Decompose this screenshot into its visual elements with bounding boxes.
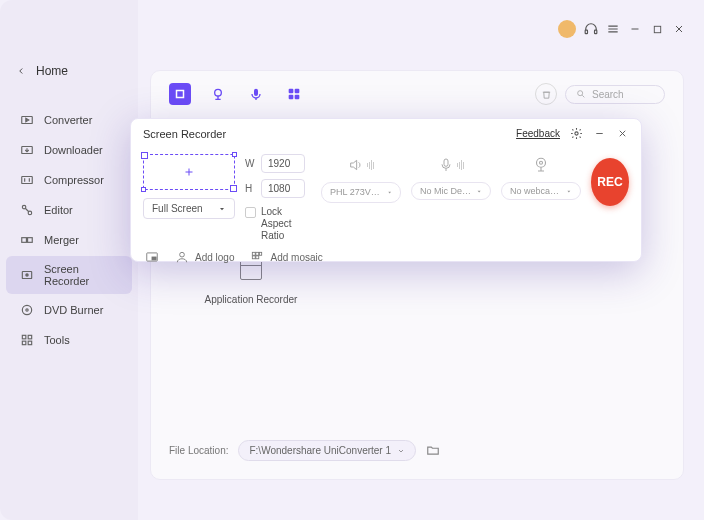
sidebar-home[interactable]: Home — [16, 64, 68, 78]
add-logo-label: Add logo — [195, 252, 234, 263]
svg-point-30 — [215, 89, 222, 96]
search-input[interactable]: Search — [565, 85, 665, 104]
webcam-device-select[interactable]: No webcam d… — [501, 182, 581, 200]
svg-rect-37 — [289, 95, 294, 100]
svg-point-40 — [578, 91, 583, 96]
svg-rect-20 — [28, 238, 33, 243]
sidebar-item-editor[interactable]: Editor — [6, 196, 132, 224]
chevron-left-icon — [16, 66, 26, 76]
search-placeholder: Search — [592, 89, 624, 100]
open-folder-button[interactable] — [426, 443, 440, 459]
chevron-down-icon — [218, 205, 226, 213]
dialog-close-icon[interactable] — [616, 127, 629, 140]
svg-marker-58 — [568, 190, 571, 192]
svg-rect-38 — [295, 95, 300, 100]
screen-recorder-icon — [20, 268, 34, 282]
plus-icon — [183, 166, 195, 178]
sidebar-item-merger[interactable]: Merger — [6, 226, 132, 254]
svg-line-18 — [25, 208, 29, 212]
sidebar-item-label: Converter — [44, 114, 92, 126]
audio-device-value: PHL 273V7 (英… — [330, 186, 383, 199]
sidebar-item-label: Tools — [44, 334, 70, 346]
width-input[interactable] — [261, 154, 305, 173]
svg-rect-0 — [585, 30, 587, 34]
pip-button[interactable] — [145, 250, 159, 264]
svg-line-41 — [582, 95, 584, 97]
dialog-header: Screen Recorder Feedback — [131, 119, 641, 148]
chevron-down-icon — [387, 189, 392, 196]
screen-recorder-dialog: Screen Recorder Feedback Full Screen W H — [130, 118, 642, 262]
minimize-icon[interactable] — [628, 22, 642, 36]
mosaic-icon — [250, 250, 264, 264]
toolbar-webcam-icon[interactable] — [207, 83, 229, 105]
svg-rect-13 — [22, 177, 33, 184]
webcam-icon — [528, 154, 554, 176]
capture-area-selector[interactable] — [143, 154, 235, 190]
toolbar-audio-icon[interactable] — [245, 83, 267, 105]
sidebar-item-label: DVD Burner — [44, 304, 103, 316]
dvd-icon — [20, 303, 34, 317]
svg-rect-33 — [254, 89, 258, 96]
sidebar-item-screen-recorder[interactable]: Screen Recorder — [6, 256, 132, 294]
svg-marker-53 — [477, 190, 480, 192]
svg-rect-25 — [22, 335, 26, 339]
svg-point-22 — [26, 274, 28, 276]
capture-mode-label: Full Screen — [152, 203, 203, 214]
add-mosaic-label: Add mosaic — [270, 252, 322, 263]
sidebar-item-dvd-burner[interactable]: DVD Burner — [6, 296, 132, 324]
height-label: H — [245, 183, 255, 194]
svg-rect-1 — [595, 30, 597, 34]
sidebar-item-compressor[interactable]: Compressor — [6, 166, 132, 194]
svg-point-24 — [26, 309, 28, 311]
record-button[interactable]: REC — [591, 158, 629, 206]
toolbar-apps-icon[interactable] — [283, 83, 305, 105]
search-icon — [576, 89, 586, 99]
sidebar: Home Converter Downloader Compressor Edi… — [0, 0, 138, 520]
svg-point-55 — [540, 161, 543, 164]
editor-icon — [20, 203, 34, 217]
svg-marker-49 — [351, 160, 357, 169]
add-logo-button[interactable]: Add logo — [175, 250, 234, 264]
add-mosaic-button[interactable]: Add mosaic — [250, 250, 322, 264]
sidebar-item-converter[interactable]: Converter — [6, 106, 132, 134]
lock-aspect-checkbox[interactable] — [245, 207, 256, 218]
merger-icon — [20, 233, 34, 247]
svg-rect-65 — [253, 256, 256, 259]
audio-device-select[interactable]: PHL 273V7 (英… — [321, 182, 401, 203]
downloader-icon — [20, 143, 34, 157]
sidebar-item-label: Merger — [44, 234, 79, 246]
tools-icon — [20, 333, 34, 347]
dialog-settings-icon[interactable] — [570, 127, 583, 140]
dialog-minimize-icon[interactable] — [593, 127, 606, 140]
converter-icon — [20, 113, 34, 127]
rec-label: REC — [597, 175, 622, 189]
svg-point-42 — [575, 132, 578, 135]
svg-rect-66 — [256, 256, 259, 259]
headset-icon[interactable] — [584, 22, 598, 36]
svg-rect-6 — [654, 26, 660, 32]
svg-rect-51 — [444, 159, 448, 166]
capture-mode-select[interactable]: Full Screen — [143, 198, 235, 219]
svg-rect-60 — [152, 257, 156, 260]
mic-device-select[interactable]: No Mic Device — [411, 182, 491, 200]
sidebar-item-downloader[interactable]: Downloader — [6, 136, 132, 164]
user-avatar[interactable] — [558, 20, 576, 38]
sidebar-item-tools[interactable]: Tools — [6, 326, 132, 354]
file-location-value: F:\Wondershare UniConverter 1 — [249, 445, 391, 456]
sidebar-item-label: Screen Recorder — [44, 263, 118, 287]
toolbar: Search — [151, 71, 683, 117]
feedback-link[interactable]: Feedback — [516, 128, 560, 139]
toolbar-screen-icon[interactable] — [169, 83, 191, 105]
webcam-device-value: No webcam d… — [510, 186, 562, 196]
folder-icon — [426, 443, 440, 457]
mic-device-value: No Mic Device — [420, 186, 472, 196]
menu-icon[interactable] — [606, 22, 620, 36]
sidebar-item-label: Compressor — [44, 174, 104, 186]
file-location-select[interactable]: F:\Wondershare UniConverter 1 — [238, 440, 416, 461]
trash-button[interactable] — [535, 83, 557, 105]
width-label: W — [245, 158, 255, 169]
height-input[interactable] — [261, 179, 305, 198]
close-icon[interactable] — [672, 22, 686, 36]
maximize-icon[interactable] — [650, 22, 664, 36]
svg-point-61 — [180, 252, 185, 257]
